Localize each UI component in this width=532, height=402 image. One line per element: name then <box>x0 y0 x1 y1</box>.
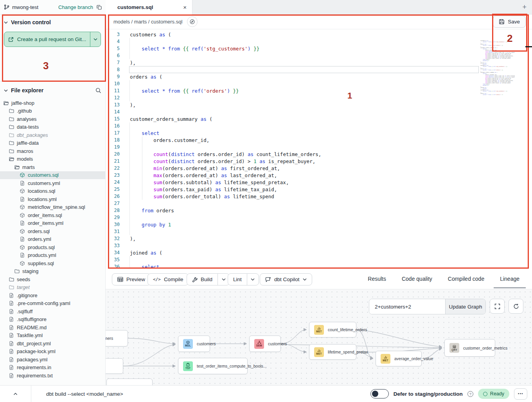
copy-icon[interactable] <box>97 5 102 10</box>
lineage-node-average_order_value[interactable]: METaverage_order_value <box>376 351 422 366</box>
create-pull-request-button[interactable]: Create a pull request on Git... <box>4 32 101 47</box>
code-line[interactable]: 25 sum(orders.tax_paid) as lifetime_tax_… <box>106 186 532 193</box>
code-line[interactable]: 9orders as ( <box>106 73 532 80</box>
tab-customers-sql[interactable]: customers.sql × <box>106 0 192 14</box>
file-tree-item-supplies-sql[interactable]: supplies.sql <box>0 259 105 267</box>
file-tree-item--github[interactable]: .github <box>0 107 105 115</box>
file-tree-item-target[interactable]: target <box>0 284 105 292</box>
dbt-copilot-button[interactable]: dbt Copilot <box>260 273 312 285</box>
build-button[interactable]: Build <box>187 273 230 285</box>
code-line[interactable]: 31 <box>106 228 532 235</box>
lineage-node-stg_customers[interactable]: stg_customers <box>106 330 128 346</box>
code-editor[interactable]: 3customers as (45 select * from {{ ref('… <box>106 29 532 269</box>
fullscreen-button[interactable] <box>490 299 505 314</box>
command-bar-expand-button[interactable] <box>0 386 31 402</box>
file-tree-item-requirements-txt[interactable]: requirements.txt <box>0 371 105 380</box>
more-options-button[interactable]: ••• <box>514 388 527 400</box>
code-line[interactable]: 24 sum(orders.subtotal) as lifetime_spen… <box>106 179 532 186</box>
defer-toggle[interactable] <box>370 389 389 398</box>
code-line[interactable]: 32), <box>106 235 532 242</box>
file-tree-item--sqlfluff[interactable]: .sqlfluff <box>0 307 105 316</box>
new-tab-button[interactable]: + <box>522 3 527 11</box>
file-tree-item-order-items-sql[interactable]: order_items.sql <box>0 211 105 219</box>
code-line[interactable]: 21 count(distinct orders.order_id) > 1 a… <box>106 158 532 165</box>
command-input[interactable]: dbt build --select <model_name> <box>46 391 123 397</box>
code-line[interactable]: 22 min(orders.ordered_at) as first_order… <box>106 165 532 172</box>
code-line[interactable]: 26 sum(orders.order_total) as lifetime_s… <box>106 193 532 200</box>
lineage-node-customers_semantic[interactable]: SEMcustomers <box>249 336 281 352</box>
tab-code-quality[interactable]: Code quality <box>395 270 439 288</box>
file-tree-item-seeds[interactable]: seeds <box>0 275 105 284</box>
compile-button[interactable]: </> Compile <box>147 273 189 285</box>
file-tree-item-locations-yml[interactable]: locations.yml <box>0 195 105 203</box>
code-line[interactable]: 4 <box>106 38 532 45</box>
file-tree-item--sqlfluffignore[interactable]: .sqlfluffignore <box>0 316 105 324</box>
view-docs-button[interactable] <box>187 16 198 27</box>
file-tree-item-locations-sql[interactable]: locations.sql <box>0 187 105 196</box>
tab-results[interactable]: Results <box>361 270 392 288</box>
save-button[interactable]: Save <box>493 16 526 28</box>
code-line[interactable]: 29 <box>106 214 532 221</box>
file-tree-item-staging[interactable]: staging <box>0 267 105 276</box>
file-tree-item--pre-commit-config-yaml[interactable]: .pre-commit-config.yaml <box>0 300 105 308</box>
code-line[interactable]: 13), <box>106 101 532 108</box>
code-line[interactable]: 23 max(orders.ordered_at) as last_ordere… <box>106 172 532 179</box>
file-tree-item-orders-sql[interactable]: orders.sql <box>0 227 105 235</box>
code-line[interactable]: 11 select * from {{ ref('orders') }} <box>106 87 532 94</box>
code-line[interactable]: 17 select <box>106 129 532 136</box>
tab-compiled-code[interactable]: Compiled code <box>442 270 491 288</box>
file-tree-item-analyses[interactable]: analyses <box>0 115 105 123</box>
file-tree-item-order-items-yml[interactable]: order_items.yml <box>0 219 105 228</box>
file-tree-item-requirements-in[interactable]: requirements.in <box>0 364 105 372</box>
lineage-node-orders[interactable]: orders <box>106 358 123 374</box>
code-line[interactable]: 30 group by 1 <box>106 221 532 228</box>
preview-button[interactable]: Preview <box>112 273 151 285</box>
close-tab-icon[interactable]: × <box>183 4 187 11</box>
file-tree-item-dbt-packages[interactable]: dbt_packages <box>0 131 105 139</box>
copilot-dropdown-caret[interactable] <box>303 278 307 281</box>
lineage-node-test_order_items[interactable]: TSTtest_order_items_compute_to_bools... <box>178 358 248 374</box>
file-tree-item-readme-md[interactable]: README.md <box>0 323 105 332</box>
create-pull-request-main[interactable]: Create a pull request on Git... <box>4 32 90 47</box>
lineage-filter-input[interactable] <box>369 299 445 314</box>
code-line[interactable]: 12 <box>106 94 532 101</box>
lineage-node-customers_model[interactable]: MDLcustomers <box>178 336 210 352</box>
file-tree-item-products-sql[interactable]: products.sql <box>0 243 105 251</box>
file-tree-item-customers-yml[interactable]: customers.yml <box>0 179 105 187</box>
file-explorer-header[interactable]: File explorer <box>0 83 105 97</box>
lineage-node-bottom_partial[interactable] <box>106 379 153 385</box>
file-tree-item-marts[interactable]: marts <box>0 163 105 171</box>
search-icon[interactable] <box>95 88 101 93</box>
update-graph-button[interactable]: Update Graph <box>445 299 485 314</box>
lineage-node-count_lifetime_orders[interactable]: METcount_lifetime_orders <box>309 322 356 337</box>
code-line[interactable]: 28 from orders <box>106 207 532 214</box>
code-line[interactable]: 34joined as ( <box>106 249 532 256</box>
lint-dropdown-caret[interactable] <box>247 274 259 285</box>
file-tree-item-data-tests[interactable]: data-tests <box>0 123 105 131</box>
file-tree-item-models[interactable]: models <box>0 155 105 163</box>
help-icon[interactable]: ? <box>467 391 473 397</box>
file-tree-item-package-lock-yml[interactable]: package-lock.yml <box>0 348 105 356</box>
lineage-node-customer_order_metrics[interactable]: QRYcustomer_order_metrics <box>444 339 495 357</box>
code-line[interactable]: 5 select * from {{ ref('stg_customers') … <box>106 45 532 52</box>
code-line[interactable]: 7), <box>106 59 532 66</box>
minimap[interactable]: customers as ( select * from {{ ref('stg… <box>480 40 515 95</box>
file-tree-item-packages-yml[interactable]: packages.yml <box>0 355 105 364</box>
code-line[interactable]: 15customer_orders_summary as ( <box>106 115 532 122</box>
file-tree-item-dbt-project-yml[interactable]: dbt_project.yml <box>0 339 105 348</box>
refresh-button[interactable] <box>509 299 523 314</box>
file-tree-item-macros[interactable]: macros <box>0 147 105 155</box>
pr-dropdown-caret[interactable] <box>90 32 101 47</box>
code-line[interactable]: 6 <box>106 52 532 59</box>
file-tree-item-jaffle-data[interactable]: jaffle-data <box>0 139 105 147</box>
code-line[interactable]: 14 <box>106 108 532 115</box>
lint-button[interactable]: Lint <box>228 273 259 285</box>
file-tree-item-customers-sql[interactable]: customers.sql <box>0 171 105 179</box>
code-line[interactable]: 16 <box>106 122 532 129</box>
code-line[interactable]: 19 <box>106 144 532 151</box>
code-line[interactable]: 18 orders.customer_id, <box>106 136 532 144</box>
file-tree-item-orders-yml[interactable]: orders.yml <box>0 235 105 244</box>
code-line[interactable]: 10 <box>106 80 532 87</box>
change-branch-link[interactable]: Change branch <box>58 4 93 10</box>
code-line[interactable]: 27 <box>106 200 532 207</box>
